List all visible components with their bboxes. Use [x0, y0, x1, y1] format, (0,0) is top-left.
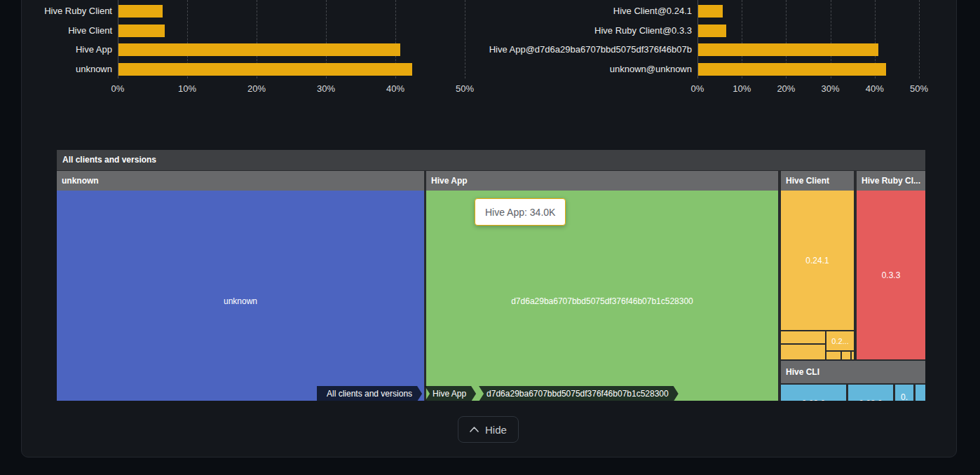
category-label: Hive Ruby Client@0.3.3	[482, 26, 692, 36]
bar-hive-client[interactable]	[118, 25, 165, 37]
treemap-cell-unknown-label: unknown	[57, 296, 424, 306]
x-tick-label: 10%	[166, 83, 208, 94]
treemap-cell-hive-cli-4[interactable]	[916, 385, 925, 401]
treemap-cell-hive-client-small-1[interactable]	[781, 331, 825, 343]
treemap-cell-hive-cli-1[interactable]: 0.23.0	[781, 385, 846, 401]
x-tick-label: 30%	[305, 83, 347, 94]
hide-button-label: Hide	[485, 424, 507, 436]
x-gridline	[919, 0, 920, 78]
category-label: Hive Ruby Client	[0, 6, 112, 16]
treemap-cell-0-3-3-label: 0.3.3	[882, 270, 901, 280]
x-tick-label: 10%	[721, 83, 763, 94]
bar-hive-ruby-client-0-3-3[interactable]	[698, 25, 726, 37]
treemap-section-hive-cli-header[interactable]: Hive CLI	[781, 361, 925, 383]
x-tick-label: 50%	[898, 83, 940, 94]
treemap-section-unknown-header[interactable]: unknown	[57, 171, 424, 191]
treemap-cell-unknown[interactable]: unknown	[57, 191, 424, 401]
bar-unknown[interactable]	[118, 63, 412, 76]
chevron-up-icon	[470, 427, 479, 432]
treemap-tooltip: Hive App: 34.0K	[475, 198, 566, 226]
x-tick-label: 0%	[97, 83, 139, 94]
treemap-section-hive-client[interactable]: Hive Client 0.24.1 0.2...	[781, 171, 854, 359]
x-tick-label: 20%	[765, 83, 807, 94]
treemap-cell-hive-client-tiny-3[interactable]	[852, 352, 854, 359]
treemap-cell-hive-client-small-2[interactable]: 0.2...	[826, 331, 854, 350]
category-label: Hive Client@0.24.1	[482, 6, 692, 16]
x-tick-label: 0%	[676, 83, 719, 94]
x-tick-label: 20%	[236, 83, 278, 94]
treemap-section-hive-ruby-client[interactable]: Hive Ruby Cl... 0.3.3	[857, 171, 925, 359]
treemap-section-hive-client-header[interactable]: Hive Client	[781, 171, 854, 191]
treemap-section-hive-ruby-client-header[interactable]: Hive Ruby Cl...	[857, 171, 925, 191]
bar-charts-row: 0%10%20%30%40%50%Hive Ruby ClientHive Cl…	[0, 0, 980, 112]
treemap-cell-hive-client-small-3[interactable]	[781, 345, 825, 359]
x-tick-label: 30%	[810, 83, 852, 94]
x-tick-label: 50%	[444, 83, 486, 94]
category-label: Hive App@d7d6a29ba6707bbd5075df376f46b07…	[482, 45, 692, 55]
x-tick-label: 40%	[374, 83, 416, 94]
treemap-cell-hive-client-small-2-label: 0.2...	[831, 337, 848, 345]
category-label: Hive App	[0, 45, 112, 55]
treemap-tooltip-text: Hive App: 34.0K	[485, 207, 555, 218]
bar-hive-client-0-24-1[interactable]	[698, 5, 723, 18]
treemap-section-hive-cli[interactable]: Hive CLI 0.23.0 0.23.0 0.	[781, 361, 925, 401]
treemap-cell-hive-cli-2-label: 0.23.0	[859, 399, 882, 401]
treemap-cell-hive-cli-2[interactable]: 0.23.0	[848, 385, 893, 401]
category-label: unknown@unknown	[482, 64, 692, 74]
category-label: Hive Client	[0, 26, 112, 36]
bar-hive-app-d7d6a29ba6707bbd5075df376f46b07b[interactable]	[698, 43, 878, 56]
breadcrumb-item-hash[interactable]: d7d6a29ba6707bbd5075df376f46b07b1c528300	[479, 386, 679, 401]
treemap-section-hive-app-header[interactable]: Hive App	[426, 171, 778, 191]
bar-hive-ruby-client[interactable]	[118, 5, 163, 18]
x-tick-label: 40%	[854, 83, 896, 94]
treemap-cell-hive-client-tiny-2[interactable]	[842, 352, 850, 359]
breadcrumb: All clients and versions Hive App d7d6a2…	[317, 386, 679, 401]
treemap-cell-hive-cli-3[interactable]: 0.	[895, 385, 913, 401]
treemap-cell-0-24-1[interactable]: 0.24.1	[781, 191, 854, 330]
x-gridline	[465, 0, 465, 78]
treemap-cell-0-3-3[interactable]: 0.3.3	[857, 191, 925, 359]
breadcrumb-item-hive-app[interactable]: Hive App	[425, 386, 476, 401]
bar-hive-app[interactable]	[118, 43, 400, 56]
treemap-cell-0-24-1-label: 0.24.1	[805, 256, 829, 266]
treemap-section-unknown[interactable]: unknown unknown	[57, 171, 424, 401]
treemap-title-bar[interactable]: All clients and versions	[57, 150, 925, 170]
hide-button[interactable]: Hide	[458, 416, 519, 443]
breadcrumb-item-root[interactable]: All clients and versions	[317, 386, 422, 401]
category-label: unknown	[0, 64, 112, 74]
clients-treemap[interactable]: All clients and versions unknown unknown…	[57, 150, 925, 401]
treemap-cell-hive-cli-1-label: 0.23.0	[802, 399, 825, 401]
treemap-cell-hive-app-hash-label: d7d6a29ba6707bbd5075df376f46b07b1c528300	[426, 296, 778, 306]
treemap-cell-hive-client-tiny-1[interactable]	[826, 352, 841, 359]
bar-unknown-unknown[interactable]	[698, 63, 886, 76]
treemap-cell-hive-cli-3-label: 0.	[901, 392, 908, 401]
